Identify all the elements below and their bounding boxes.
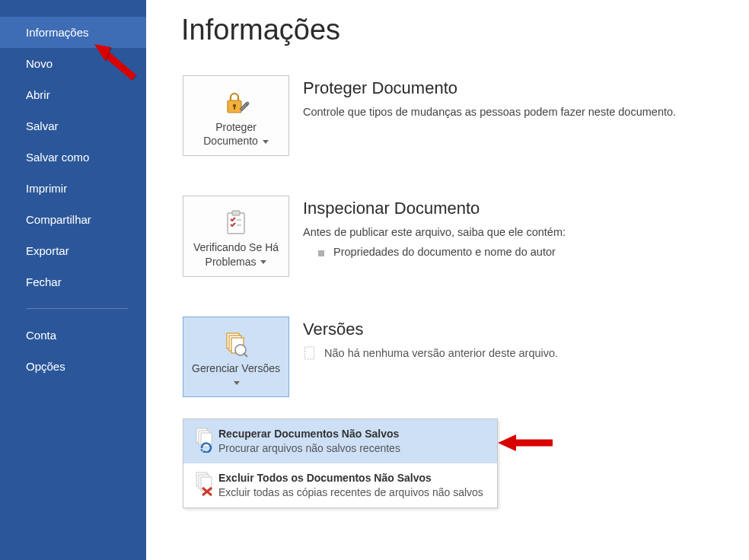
- check-issues-button[interactable]: Verificando Se Há Problemas: [183, 196, 289, 276]
- page-title: Informações: [181, 14, 734, 46]
- inspect-bullet: Propriedades do documento e nome do auto…: [318, 246, 734, 258]
- checklist-icon: [188, 205, 284, 240]
- chevron-down-icon: [260, 260, 266, 264]
- sidebar-item-abrir[interactable]: Abrir: [0, 79, 146, 110]
- sidebar-item-salvar[interactable]: Salvar: [0, 110, 146, 142]
- document-versions-icon: [188, 326, 284, 361]
- sidebar-item-novo[interactable]: Novo: [0, 48, 146, 79]
- sidebar-item-opcoes[interactable]: Opções: [0, 351, 146, 382]
- backstage-sidebar: Informações Novo Abrir Salvar Salvar com…: [0, 0, 146, 560]
- sidebar-item-fechar[interactable]: Fechar: [0, 266, 146, 298]
- sidebar-item-compartilhar[interactable]: Compartilhar: [0, 204, 146, 235]
- menu-delete-desc: Excluir todas as cópias recentes de arqu…: [218, 485, 488, 500]
- svg-rect-2: [234, 107, 235, 110]
- manage-versions-label: Gerenciar Versões: [188, 361, 284, 389]
- delete-document-icon: [193, 471, 218, 497]
- svg-line-12: [244, 353, 247, 357]
- check-issues-label: Verificando Se Há Problemas: [188, 240, 284, 268]
- sidebar-item-exportar[interactable]: Exportar: [0, 235, 146, 266]
- chevron-down-icon: [263, 140, 269, 144]
- recover-document-icon: [193, 427, 218, 453]
- sidebar-divider: [26, 308, 128, 309]
- section-inspect: Verificando Se Há Problemas Inspecionar …: [183, 196, 734, 276]
- section-protect: Proteger Documento Proteger Documento Co…: [183, 75, 734, 156]
- protect-desc: Controle que tipos de mudanças as pessoa…: [303, 104, 734, 121]
- svg-point-3: [246, 102, 249, 105]
- inspect-title: Inspecionar Documento: [303, 199, 734, 218]
- section-versions: Gerenciar Versões Versões Não há nenhuma…: [183, 317, 734, 397]
- sidebar-item-imprimir[interactable]: Imprimir: [0, 173, 146, 204]
- menu-recover-desc: Procurar arquivos não salvos recentes: [218, 441, 488, 456]
- lock-key-icon: [188, 85, 284, 120]
- sidebar-item-informacoes[interactable]: Informações: [0, 17, 146, 48]
- svg-rect-4: [228, 213, 244, 234]
- svg-rect-5: [232, 211, 240, 215]
- menu-delete-title: Excluir Todos os Documentos Não Salvos: [218, 471, 488, 485]
- sidebar-item-salvar-como[interactable]: Salvar como: [0, 142, 146, 173]
- inspect-desc: Antes de publicar este arquivo, saiba qu…: [303, 224, 734, 241]
- sidebar-item-conta[interactable]: Conta: [0, 320, 146, 351]
- versions-desc: Não há nenhuma versão anterior deste arq…: [303, 345, 734, 361]
- protect-document-button[interactable]: Proteger Documento: [183, 75, 289, 156]
- versions-title: Versões: [303, 320, 734, 339]
- square-bullet-icon: [318, 250, 324, 256]
- menu-item-recover-unsaved[interactable]: Recuperar Documentos Não Salvos Procurar…: [183, 419, 497, 463]
- svg-rect-13: [305, 347, 314, 359]
- main-content: Informações Proteger Documento Proteger …: [146, 0, 749, 560]
- menu-recover-title: Recuperar Documentos Não Salvos: [218, 427, 488, 441]
- protect-title: Proteger Documento: [303, 78, 734, 98]
- chevron-down-icon: [234, 381, 240, 385]
- menu-item-delete-unsaved[interactable]: Excluir Todos os Documentos Não Salvos E…: [183, 463, 497, 508]
- protect-button-label: Proteger Documento: [188, 120, 284, 148]
- manage-versions-menu: Recuperar Documentos Não Salvos Procurar…: [183, 418, 498, 508]
- manage-versions-button[interactable]: Gerenciar Versões: [183, 317, 289, 397]
